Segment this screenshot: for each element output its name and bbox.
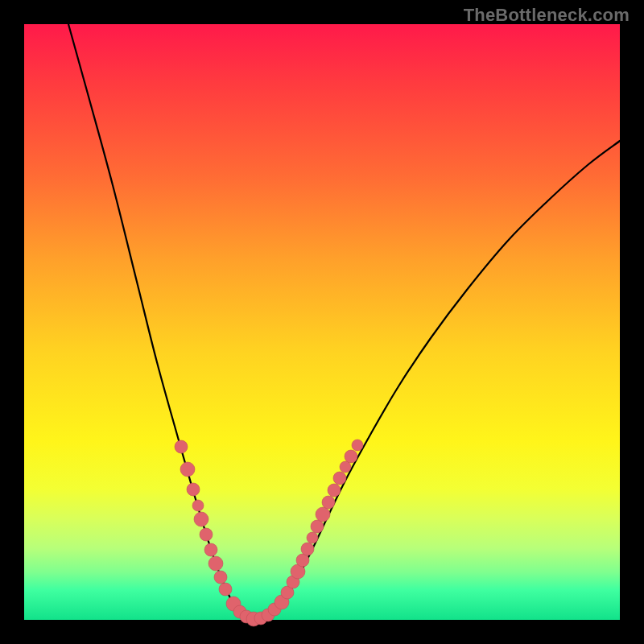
marker-left	[204, 543, 217, 556]
marker-left	[192, 500, 204, 511]
marker-right	[316, 507, 330, 522]
marker-left	[175, 440, 188, 453]
chart-svg	[24, 24, 620, 620]
marker-right	[307, 532, 318, 543]
marker-left	[214, 571, 227, 584]
marker-right	[322, 496, 335, 509]
plot-area	[24, 24, 620, 620]
marker-right	[352, 440, 363, 451]
bottleneck-curve	[68, 24, 620, 619]
marker-left	[180, 462, 195, 477]
marker-right	[345, 450, 357, 463]
marker-right	[333, 472, 346, 485]
data-markers	[175, 440, 363, 626]
watermark-text: TheBottleneck.com	[464, 5, 630, 26]
marker-right	[328, 484, 341, 497]
chart-frame: TheBottleneck.com	[0, 0, 644, 644]
marker-right	[340, 461, 351, 473]
marker-left	[200, 528, 213, 541]
marker-right	[311, 520, 324, 533]
marker-left	[208, 556, 223, 571]
marker-right	[301, 543, 314, 555]
marker-left	[219, 583, 232, 596]
marker-left	[187, 483, 200, 496]
marker-left	[194, 512, 208, 526]
marker-right	[296, 554, 309, 567]
